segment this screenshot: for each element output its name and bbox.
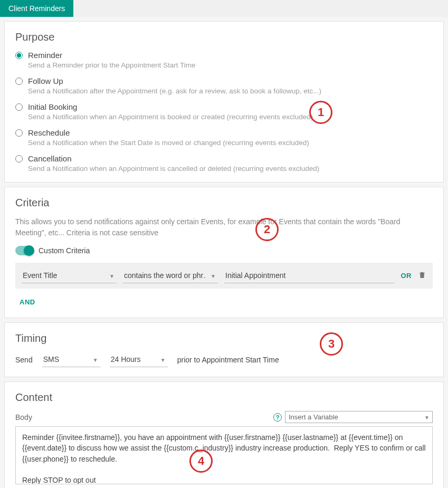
content-header-row: Body ? Insert a Variable ▼	[15, 411, 433, 423]
radio-desc: Send a Notification when an Appointment …	[28, 113, 433, 121]
radio-desc: Send a Notification when an Appointment …	[28, 165, 433, 173]
custom-criteria-toggle[interactable]	[15, 246, 33, 255]
radio-label: Cancellation	[28, 154, 72, 163]
criteria-value-input[interactable]	[224, 268, 395, 283]
purpose-option-reschedule: Reschedule Send a Notification when the …	[15, 128, 433, 147]
criteria-field-select[interactable]: Event Title	[22, 268, 117, 283]
radio-cancellation[interactable]	[15, 155, 23, 162]
purpose-panel: Purpose Reminder Send a Reminder prior t…	[4, 21, 444, 183]
custom-criteria-toggle-row: Custom Criteria	[15, 246, 433, 255]
timing-panel: Timing Send SMS ▼ 24 Hours ▼ prior to Ap…	[4, 322, 444, 377]
timing-row: Send SMS ▼ 24 Hours ▼ prior to Appointme…	[15, 352, 433, 367]
help-icon[interactable]: ?	[273, 413, 282, 422]
insert-variable-select[interactable]: Insert a Variable	[285, 411, 433, 423]
body-label: Body	[15, 413, 32, 422]
timing-delay-select[interactable]: 24 Hours	[110, 352, 168, 367]
purpose-radio-group: Reminder Send a Reminder prior to the Ap…	[15, 51, 433, 173]
purpose-option-reminder: Reminder Send a Reminder prior to the Ap…	[15, 51, 433, 69]
variable-wrap: ? Insert a Variable ▼	[273, 411, 433, 423]
radio-reschedule[interactable]	[15, 129, 23, 137]
radio-desc: Send a Notification after the Appointmen…	[28, 87, 433, 95]
purpose-title: Purpose	[15, 31, 433, 43]
purpose-option-followup: Follow Up Send a Notification after the …	[15, 76, 433, 95]
criteria-and-button[interactable]: AND	[15, 296, 40, 308]
radio-reminder[interactable]	[15, 52, 23, 59]
tab-client-reminders[interactable]: Client Reminders	[0, 0, 73, 17]
criteria-title: Criteria	[15, 197, 433, 209]
radio-label: Reschedule	[28, 128, 70, 137]
purpose-radio-row[interactable]: Reminder	[15, 51, 433, 60]
purpose-option-cancellation: Cancellation Send a Notification when an…	[15, 154, 433, 173]
tab-bar: Client Reminders	[0, 0, 448, 17]
radio-label: Reminder	[28, 51, 62, 60]
criteria-or-button[interactable]: OR	[401, 272, 412, 280]
body-textarea[interactable]	[15, 426, 433, 484]
timing-title: Timing	[15, 332, 433, 345]
trash-icon[interactable]	[418, 271, 426, 281]
radio-desc: Send a Reminder prior to the Appointment…	[28, 61, 433, 69]
content-panel: Content Body ? Insert a Variable ▼ 4	[4, 381, 444, 488]
timing-method-select[interactable]: SMS	[42, 352, 100, 367]
timing-send-label: Send	[15, 356, 33, 367]
purpose-radio-row[interactable]: Reschedule	[15, 128, 433, 137]
radio-followup[interactable]	[15, 78, 23, 85]
content-title: Content	[15, 391, 433, 404]
purpose-radio-row[interactable]: Initial Booking	[15, 102, 433, 111]
purpose-radio-row[interactable]: Cancellation	[15, 154, 433, 163]
purpose-radio-row[interactable]: Follow Up	[15, 76, 433, 85]
criteria-condition-row: Event Title ▼ contains the word or phr… …	[15, 263, 433, 289]
criteria-panel: Criteria This allows you to send notific…	[4, 187, 444, 318]
timing-suffix: prior to Appointment Start Time	[177, 356, 279, 367]
criteria-operator-select[interactable]: contains the word or phr…	[123, 268, 218, 283]
toggle-knob	[24, 245, 34, 256]
criteria-desc: This allows you to send notifications ag…	[15, 216, 433, 238]
radio-initial-booking[interactable]	[15, 103, 23, 111]
radio-label: Initial Booking	[28, 102, 77, 111]
purpose-option-initial-booking: Initial Booking Send a Notification when…	[15, 102, 433, 121]
toggle-label: Custom Criteria	[39, 246, 90, 255]
radio-desc: Send a Notification when the Start Date …	[28, 139, 433, 147]
radio-label: Follow Up	[28, 76, 63, 85]
